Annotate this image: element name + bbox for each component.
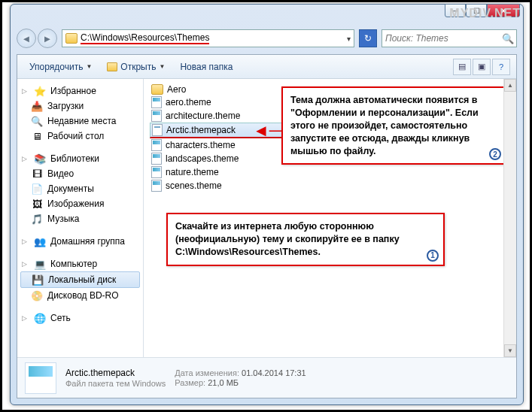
sidebar-item-recent[interactable]: 🔍Недавние места [17, 114, 143, 129]
sidebar-libraries[interactable]: ▷📚Библиотеки [17, 151, 143, 166]
open-button[interactable]: Открыть ▼ [101, 59, 171, 74]
sidebar-item-video[interactable]: 🎞Видео [17, 166, 143, 181]
homegroup-icon: 👥 [34, 235, 46, 247]
sidebar: ▷⭐Избранное 📥Загрузки 🔍Недавние места 🖥Р… [17, 79, 144, 357]
chevron-down-icon: ▼ [159, 63, 165, 70]
search-input[interactable] [385, 33, 499, 44]
search-icon: 🔍 [502, 33, 514, 44]
newfolder-label: Новая папка [180, 62, 233, 72]
network-icon: 🌐 [34, 312, 46, 324]
open-folder-icon [107, 62, 117, 71]
details-pane: Arctic.themepack Файл пакета тем Windows… [17, 357, 516, 398]
theme-file-icon [151, 139, 162, 151]
nav-row: ◄ ► C:\Windows\Resources\Themes ▾ ↻ 🔍 [11, 26, 523, 51]
details-filetype: Файл пакета тем Windows [65, 379, 166, 388]
star-icon: ⭐ [34, 85, 46, 97]
organize-button[interactable]: Упорядочить ▼ [23, 59, 98, 74]
address-dropdown-icon[interactable]: ▾ [347, 35, 351, 43]
sidebar-item-documents[interactable]: 📄Документы [17, 181, 143, 196]
sidebar-homegroup[interactable]: ▷👥Домашняя группа [17, 234, 143, 249]
chevron-down-icon: ▼ [86, 63, 92, 70]
content-frame: Упорядочить ▼ Открыть ▼ Новая папка ▤ ▣ … [17, 54, 517, 398]
annotation-box-2: Тема должна автоматически появится в "Оф… [281, 86, 507, 165]
address-bar[interactable]: C:\Windows\Resources\Themes ▾ [62, 29, 354, 47]
details-date-label: Дата изменения: [175, 368, 239, 377]
themepack-file-icon [152, 124, 163, 136]
theme-file-icon [151, 96, 162, 108]
theme-file-icon [151, 153, 162, 165]
sidebar-item-images[interactable]: 🖼Изображения [17, 196, 143, 211]
sidebar-network[interactable]: ▷🌐Сеть [17, 311, 143, 326]
scroll-up-button[interactable]: ▲ [504, 79, 516, 92]
computer-icon: 💻 [34, 258, 46, 270]
file-pane: Aero aero.theme architecture.theme Arcti… [144, 79, 516, 357]
disk-icon: 💾 [32, 274, 44, 286]
file-thumbnail [25, 362, 56, 394]
sidebar-computer[interactable]: ▷💻Компьютер [17, 256, 143, 271]
folder-icon [65, 33, 78, 44]
new-folder-button[interactable]: Новая папка [174, 59, 239, 74]
sidebar-favorites[interactable]: ▷⭐Избранное [17, 83, 143, 98]
view-options-button[interactable]: ▤ [453, 59, 471, 75]
open-label: Открыть [120, 62, 156, 72]
downloads-icon: 📥 [31, 100, 43, 112]
sidebar-item-downloads[interactable]: 📥Загрузки [17, 98, 143, 114]
sidebar-item-localdisk[interactable]: 💾Локальный диск [20, 271, 140, 288]
sidebar-item-bdrom[interactable]: 📀Дисковод BD-RO [17, 288, 143, 303]
libraries-icon: 📚 [34, 153, 46, 165]
organize-label: Упорядочить [29, 62, 83, 72]
scroll-down-button[interactable]: ▼ [504, 344, 516, 357]
annotation-number-badge: 1 [427, 250, 439, 262]
list-item[interactable]: scenes.theme [150, 179, 510, 192]
documents-icon: 📄 [31, 183, 43, 195]
theme-file-icon [151, 110, 162, 122]
theme-file-icon [151, 166, 162, 178]
folder-icon [151, 84, 163, 95]
list-item[interactable]: nature.theme [150, 165, 510, 179]
back-button[interactable]: ◄ [17, 29, 36, 48]
disc-icon: 📀 [31, 289, 43, 301]
annotation-number-badge: 2 [489, 148, 501, 160]
help-button[interactable]: ? [492, 59, 510, 75]
scrollbar[interactable]: ▲ ▼ [503, 79, 516, 357]
search-box[interactable]: 🔍 [382, 29, 517, 47]
forward-button[interactable]: ► [38, 29, 57, 48]
preview-pane-button[interactable]: ▣ [473, 59, 491, 75]
titlebar: ─ ☐ ✕ [11, 5, 523, 26]
details-size-label: Размер: [175, 378, 205, 387]
annotation-box-1: Скачайте из интернета любую стороннюю (н… [166, 213, 445, 266]
details-filename: Arctic.themepack [65, 368, 166, 378]
sidebar-item-music[interactable]: 🎵Музыка [17, 211, 143, 226]
sidebar-item-desktop[interactable]: 🖥Рабочий стол [17, 129, 143, 144]
music-icon: 🎵 [31, 213, 43, 225]
address-path: C:\Windows\Resources\Themes [81, 32, 209, 44]
refresh-button[interactable]: ↻ [359, 29, 377, 47]
watermark: MYDIV.NET [449, 7, 521, 20]
explorer-window: ─ ☐ ✕ ◄ ► C:\Windows\Resources\Themes ▾ … [10, 4, 524, 405]
recent-icon: 🔍 [31, 115, 43, 127]
details-date: 01.04.2014 17:31 [242, 368, 306, 377]
desktop-icon: 🖥 [31, 130, 43, 142]
details-size: 21,0 МБ [208, 378, 239, 387]
theme-file-icon [151, 180, 162, 192]
toolbar: Упорядочить ▼ Открыть ▼ Новая папка ▤ ▣ … [17, 55, 516, 79]
video-icon: 🎞 [31, 168, 43, 180]
images-icon: 🖼 [31, 198, 43, 210]
